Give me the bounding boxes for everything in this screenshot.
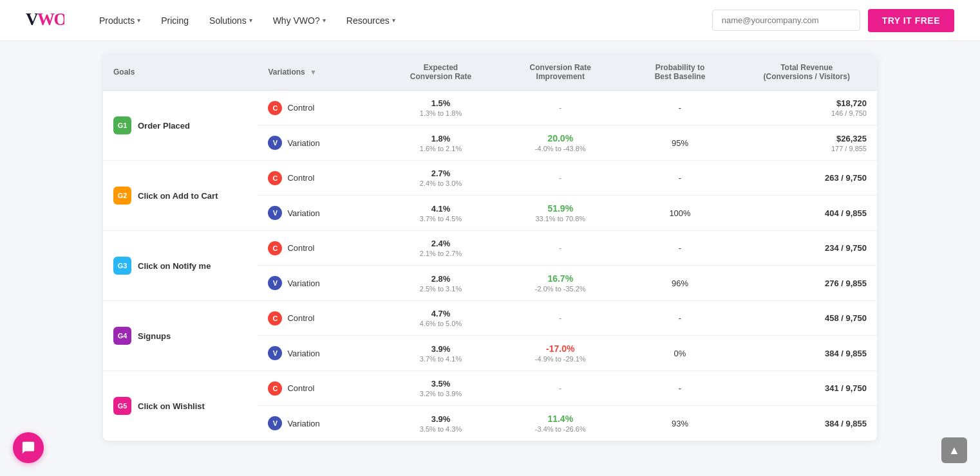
expected-sub: 1.6% to 2.1% [395,145,487,152]
expected-sub: 2.4% to 3.0% [395,179,487,187]
improvement-dash: - [559,243,561,253]
results-table: Goals Variations ▼ ExpectedConversion Ra… [103,54,877,441]
probability-value: - [679,173,681,183]
goal-badge: G3 [113,257,131,275]
col-header-goals: Goals [103,54,258,91]
header: V W O Products ▾ Pricing Solutions ▾ Why… [0,0,980,41]
col-header-improvement: Conversion RateImprovement [497,54,624,91]
variation-badge: V [268,346,282,360]
goal-cell: G2 Click on Add to Cart [113,187,247,205]
variation-name: Variation [287,208,319,218]
try-it-free-button[interactable]: TRY IT FREE [868,9,954,32]
expected-main: 2.8% [395,274,487,284]
logo[interactable]: V W O [26,8,64,33]
col-header-revenue: Total Revenue(Conversions / Visitors) [736,54,877,91]
variation-cell: C Control [268,311,374,325]
variation-cell: V Variation [268,136,374,150]
goal-name: Click on Wishlist [138,401,205,411]
probability-value: 0% [674,349,686,358]
goal-cell: G3 Click on Notify me [113,257,247,275]
variation-cell: V Variation [268,346,374,360]
variation-badge: V [268,206,282,220]
variation-badge: V [268,416,282,430]
scroll-to-top-button[interactable]: ▲ [941,437,967,453]
variation-badge: C [268,241,282,255]
variation-name: Variation [287,138,319,148]
revenue-main: 341 / 9,750 [746,383,867,393]
expected-main: 3.9% [395,414,487,424]
expected-sub: 3.7% to 4.1% [395,355,487,363]
expected-main: 4.1% [395,204,487,214]
nav-why-vwo[interactable]: Why VWO? ▾ [264,10,335,31]
chevron-down-icon: ▾ [392,17,395,24]
variation-badge: C [268,171,282,185]
improvement-value: 51.9% [507,203,614,214]
col-header-expected: ExpectedConversion Rate [384,54,497,91]
expected-main: 1.8% [395,134,487,143]
revenue-main: 404 / 9,855 [746,208,867,218]
revenue-main: 234 / 9,750 [746,243,867,253]
table-row: G4 Signups C Control 4.7% 4.6% to 5.0%--… [103,301,877,336]
variation-name: Variation [287,419,319,428]
variation-badge: C [268,311,282,325]
expected-main: 1.5% [395,98,487,108]
email-input[interactable] [712,10,860,31]
expected-sub: 1.3% to 1.8% [395,109,487,117]
svg-text:W: W [37,10,55,29]
table-row: G1 Order Placed C Control 1.5% 1.3% to 1… [103,91,877,125]
revenue-main: $18,720 [746,98,867,108]
svg-text:V: V [26,10,39,29]
expected-sub: 2.5% to 3.1% [395,285,487,293]
expected-sub: 3.2% to 3.9% [395,390,487,398]
chevron-up-icon: ▲ [948,444,960,454]
col-header-probability: Probability toBest Baseline [624,54,737,91]
variation-cell: C Control [268,241,374,255]
variation-cell: C Control [268,381,374,396]
variation-badge: V [268,276,282,290]
revenue-main: 458 / 9,750 [746,313,867,323]
probability-value: - [679,313,681,323]
goal-badge: G1 [113,116,131,134]
goal-cell: G5 Click on Wishlist [113,397,247,415]
goal-badge: G5 [113,397,131,415]
nav-products[interactable]: Products ▾ [90,10,149,31]
expected-main: 2.7% [395,169,487,178]
variation-cell: V Variation [268,416,374,430]
improvement-dash: - [559,313,561,323]
nav-pricing[interactable]: Pricing [152,10,198,31]
variation-name: Control [287,383,314,393]
revenue-main: $26,325 [746,134,867,143]
nav-solutions[interactable]: Solutions ▾ [200,10,261,31]
variation-name: Variation [287,279,319,288]
chevron-down-icon: ▾ [249,17,252,24]
main-nav: Products ▾ Pricing Solutions ▾ Why VWO? … [90,10,712,31]
expected-sub: 2.1% to 2.7% [395,250,487,257]
goal-name: Click on Add to Cart [138,191,218,201]
probability-value: - [679,243,681,253]
nav-resources[interactable]: Resources ▾ [337,10,404,31]
improvement-dash: - [559,173,561,183]
variation-name: Control [287,173,314,183]
expected-sub: 3.7% to 4.5% [395,215,487,223]
goal-badge: G2 [113,187,131,205]
table-row: G5 Click on Wishlist C Control 3.5% 3.2%… [103,371,877,406]
probability-value: 95% [672,138,688,148]
goal-cell: G4 Signups [113,327,247,345]
revenue-sub: 146 / 9,750 [746,109,867,117]
variation-cell: V Variation [268,206,374,220]
goal-cell: G1 Order Placed [113,116,247,134]
improvement-sub: 33.1% to 70.8% [507,215,614,223]
revenue-main: 276 / 9,855 [746,279,867,288]
improvement-dash: - [559,103,561,113]
goal-badge: G4 [113,327,131,345]
goal-name: Order Placed [138,121,190,131]
improvement-value: 11.4% [507,414,614,424]
expected-main: 3.9% [395,344,487,354]
expected-sub: 4.6% to 5.0% [395,320,487,327]
filter-icon[interactable]: ▼ [310,68,317,76]
expected-sub: 3.5% to 4.3% [395,425,487,433]
goal-name: Click on Notify me [138,261,211,271]
header-right: TRY IT FREE [712,9,954,32]
variation-badge: C [268,101,282,115]
chevron-down-icon: ▾ [137,17,140,24]
